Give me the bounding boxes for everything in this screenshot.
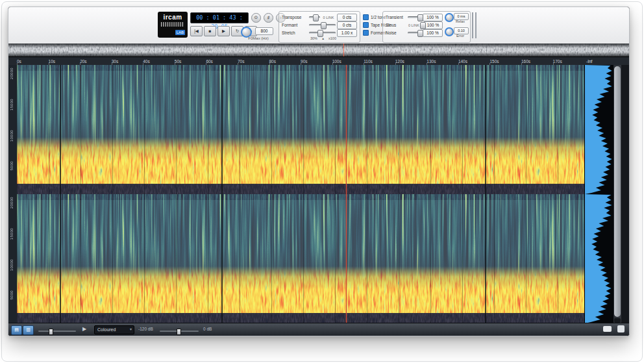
sinus-label: Sinus [386, 23, 406, 27]
slider-thumb[interactable] [313, 14, 319, 21]
checkbox-icon [363, 30, 369, 36]
sinus-value[interactable]: 100 % [423, 21, 443, 29]
slider-thumb[interactable] [177, 329, 181, 335]
transient-slider[interactable] [408, 14, 421, 20]
track-view-button[interactable]: ▤ [11, 325, 22, 335]
scrollbar-end [614, 318, 621, 323]
right-gutter [621, 65, 629, 323]
noise-row: Noise 100 % [386, 29, 443, 36]
db-range-slider[interactable] [160, 329, 199, 334]
noise-label: Noise [386, 31, 406, 35]
freq-label: 20000 [10, 68, 14, 79]
slider-thumb[interactable] [49, 329, 53, 335]
stretch-range: 30% ▴ x100 [310, 36, 336, 40]
transient-marker-line [221, 65, 223, 323]
display-mode-select[interactable]: Coloured ▾ [94, 325, 134, 334]
freq-label: 5000 [10, 290, 14, 300]
freq-label: 20000 [10, 197, 14, 208]
slider-thumb[interactable] [417, 14, 423, 21]
transient-value[interactable]: 100 % [423, 14, 443, 21]
error-cluster: 0.10 Error [445, 27, 468, 41]
stretch-value[interactable]: 1.00 x [337, 29, 357, 37]
preview-play-icon[interactable]: ▶ [82, 326, 86, 332]
stop-button[interactable]: ■ [204, 26, 216, 36]
stretch-range-min: 30% [310, 36, 317, 40]
freq-label: 15000 [10, 228, 14, 240]
zoom-slider[interactable] [38, 329, 76, 334]
transpose-label: Transpose [282, 15, 308, 19]
freq-label: 10000 [10, 259, 14, 271]
formant-label: Formant [282, 23, 308, 27]
waveform-overview[interactable] [8, 44, 629, 56]
chat-bubble-icon[interactable] [603, 326, 612, 332]
transpose-slider[interactable] [309, 14, 320, 20]
stretch-label: Stretch [282, 31, 308, 35]
timecode-display: 00 : 01 : 43 : 20.05 [190, 12, 249, 23]
slider-thumb[interactable] [321, 22, 327, 29]
playhead-cursor[interactable] [346, 65, 347, 323]
spectrum-meter [584, 65, 614, 323]
stretch-row: Stretch 1.00 x [282, 29, 357, 36]
pitch-stretch-group: Transpose 0 LINK 0 cts Formant 0 cts Str… [279, 11, 360, 43]
bottom-bar: ▤ ▥ ▶ Coloured ▾ -120 dB 0 dB [8, 323, 629, 336]
overview-playhead-marker[interactable] [343, 44, 344, 56]
dual-view-button[interactable]: ▥ [23, 325, 34, 335]
engine-group: Transient 100 % Sinus 0 LINK 100 % Noise [382, 11, 471, 43]
f0max-label: F0Max (Hz) [237, 36, 280, 40]
checkbox-icon [363, 22, 369, 28]
spectrum-meter-left [585, 65, 614, 194]
transpose-value[interactable]: 0 cts [337, 14, 357, 21]
spectrogram-area: 20000 15000 10000 5000 20000 15000 10000… [8, 65, 629, 323]
freq-label: 15000 [10, 99, 14, 110]
scrollbar-thumb[interactable] [614, 66, 621, 317]
formant-value[interactable]: 0 cts [337, 21, 357, 29]
channel-lowfreq-texture [17, 137, 584, 185]
snap-button[interactable]: ⊙ [251, 13, 261, 23]
transpose-link-label: 0 LINK [321, 16, 336, 19]
display-mode-value: Coloured [97, 327, 116, 332]
transient-marker-line [485, 65, 486, 323]
stretch-slider[interactable] [309, 30, 336, 36]
ircam-lab-logo: ircam LAB [158, 12, 188, 38]
slider-thumb[interactable] [417, 30, 423, 37]
panel-icon[interactable] [617, 325, 625, 332]
play-button[interactable]: ▶ [217, 26, 230, 36]
logo-brand: ircam [158, 14, 188, 21]
toolbar: ircam LAB 00 : 01 : 43 : 20.05 ⊙ ♯ ♭ |◀ … [8, 7, 629, 44]
logo-badge: LAB [175, 30, 185, 35]
app-window: ircam LAB 00 : 01 : 43 : 20.05 ⊙ ♯ ♭ |◀ … [8, 6, 630, 336]
transient-row: Transient 100 % [386, 14, 443, 21]
noise-slider[interactable] [408, 30, 421, 36]
slider-thumb[interactable] [420, 22, 426, 29]
time-ruler[interactable]: 0s 10s 20s 30s 40s 50s 60s 70s 80s 90s 1… [8, 56, 629, 66]
db-range-max-label: 0 dB [203, 327, 212, 331]
toolbar-divider [472, 12, 473, 38]
sinus-link-label: 0 LINK [407, 23, 421, 27]
f0max-value[interactable]: 800 [255, 27, 273, 35]
transient-label: Transient [386, 15, 406, 19]
db-range-min-label: -120 dB [138, 327, 153, 331]
spectrum-meter-right [585, 194, 614, 323]
noise-value[interactable]: 100 % [423, 29, 443, 37]
transient-marker-line [60, 65, 61, 323]
relax-label: Relax [452, 19, 468, 23]
go-to-start-button[interactable]: |◀ [190, 26, 203, 36]
semitone-sharp-button[interactable]: ♯ [264, 13, 273, 23]
freq-label: 10000 [10, 130, 14, 142]
vertical-scrollbar[interactable] [613, 65, 621, 323]
sinus-row: Sinus 0 LINK 100 % [386, 21, 443, 29]
transpose-row: Transpose 0 LINK 0 cts [282, 14, 357, 21]
freq-label: 5000 [10, 161, 14, 171]
chevron-down-icon: ▾ [130, 326, 132, 333]
channel-waveform-band [17, 313, 584, 323]
spectrogram-channel-right[interactable] [17, 194, 584, 323]
slider-track [38, 331, 76, 332]
logo-barcode [161, 22, 184, 27]
error-label: Error [452, 34, 468, 38]
spectrogram-channel-left[interactable] [17, 65, 584, 194]
formant-slider[interactable] [309, 22, 336, 28]
formant-row: Formant 0 cts [282, 21, 357, 29]
frequency-axis: 20000 15000 10000 5000 20000 15000 10000… [8, 65, 17, 323]
stretch-range-max: x100 [328, 36, 336, 40]
channel-waveform-band [17, 184, 584, 194]
